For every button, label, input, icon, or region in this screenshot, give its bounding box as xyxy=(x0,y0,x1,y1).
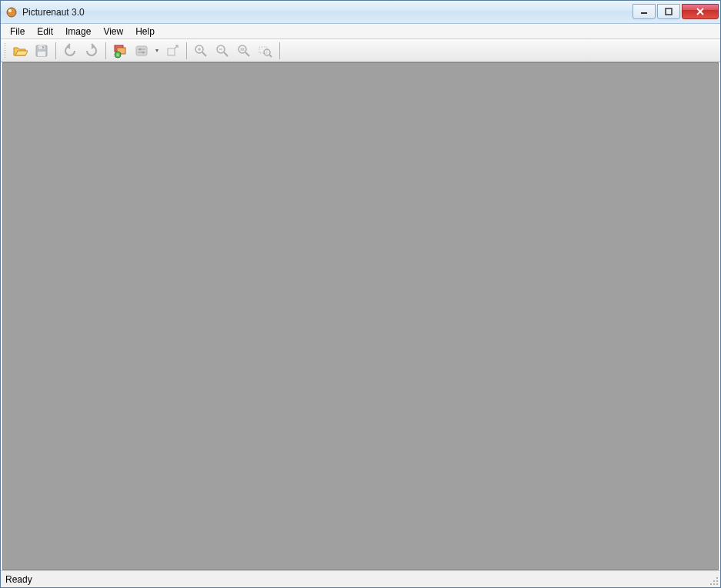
rotate-ccw-icon xyxy=(62,43,78,58)
hdr-stack-icon: + xyxy=(112,43,128,58)
menu-file[interactable]: File xyxy=(4,25,31,38)
maximize-button[interactable] xyxy=(657,4,680,19)
svg-point-1 xyxy=(8,9,12,12)
svg-point-18 xyxy=(142,51,145,53)
workspace-canvas xyxy=(2,62,719,570)
svg-rect-3 xyxy=(666,8,672,15)
app-icon xyxy=(5,6,18,18)
svg-line-21 xyxy=(202,52,206,56)
zoom-out-icon xyxy=(215,43,230,58)
resize-grip-icon[interactable] xyxy=(708,575,719,586)
svg-point-36 xyxy=(716,580,718,582)
svg-line-33 xyxy=(269,55,272,57)
rotate-ccw-button[interactable] xyxy=(60,41,80,61)
toolbar-separator xyxy=(279,42,280,59)
open-button[interactable] xyxy=(10,41,30,61)
titlebar: Picturenaut 3.0 xyxy=(1,1,720,24)
svg-rect-19 xyxy=(168,48,175,55)
svg-line-25 xyxy=(224,52,228,56)
toolbar-separator xyxy=(186,42,187,59)
app-window: Picturenaut 3.0 File Edit Image View Hel… xyxy=(0,0,721,588)
menu-help[interactable]: Help xyxy=(129,25,161,38)
svg-point-35 xyxy=(713,580,715,582)
status-text: Ready xyxy=(5,574,32,585)
svg-rect-8 xyxy=(38,52,45,56)
zoom-actual-icon xyxy=(258,43,273,58)
svg-point-37 xyxy=(710,583,712,585)
folder-open-icon xyxy=(12,43,28,58)
svg-point-39 xyxy=(716,583,718,585)
hdr-generate-button[interactable]: + xyxy=(110,41,130,61)
svg-point-34 xyxy=(716,577,718,579)
menu-image[interactable]: Image xyxy=(59,25,97,38)
toolbar-separator xyxy=(105,42,106,59)
toolbar: + ▾ xyxy=(1,39,720,62)
svg-rect-9 xyxy=(42,46,44,48)
svg-point-27 xyxy=(239,45,246,53)
statusbar: Ready xyxy=(1,570,720,587)
zoom-out-button[interactable] xyxy=(212,41,232,61)
fullscreen-button[interactable] xyxy=(162,41,182,61)
tone-mapping-dropdown[interactable]: ▾ xyxy=(153,41,161,61)
svg-point-38 xyxy=(713,583,715,585)
menu-edit[interactable]: Edit xyxy=(31,25,59,38)
window-title: Picturenaut 3.0 xyxy=(22,7,85,18)
rotate-cw-button[interactable] xyxy=(82,41,102,61)
expand-icon xyxy=(165,43,180,58)
minimize-button[interactable] xyxy=(633,4,656,19)
window-controls xyxy=(633,4,719,19)
save-button[interactable] xyxy=(32,41,52,61)
svg-line-28 xyxy=(245,52,249,56)
chevron-down-icon: ▾ xyxy=(155,47,159,54)
close-button[interactable] xyxy=(682,4,719,19)
zoom-actual-button[interactable] xyxy=(255,41,275,61)
svg-point-0 xyxy=(7,8,16,17)
toolbar-grip-icon xyxy=(4,42,7,59)
zoom-fit-button[interactable] xyxy=(234,41,254,61)
zoom-fit-icon xyxy=(236,43,252,58)
svg-rect-14 xyxy=(136,46,147,55)
toolbar-separator xyxy=(55,42,56,59)
menu-view[interactable]: View xyxy=(97,25,129,38)
sliders-icon xyxy=(134,43,149,58)
zoom-in-icon xyxy=(193,43,209,58)
zoom-in-button[interactable] xyxy=(191,41,211,61)
menubar: File Edit Image View Help xyxy=(1,24,720,39)
svg-point-17 xyxy=(139,48,142,50)
rotate-cw-icon xyxy=(84,43,99,58)
floppy-disk-icon xyxy=(34,43,49,58)
tone-mapping-button[interactable] xyxy=(132,41,152,61)
svg-text:+: + xyxy=(116,52,119,58)
